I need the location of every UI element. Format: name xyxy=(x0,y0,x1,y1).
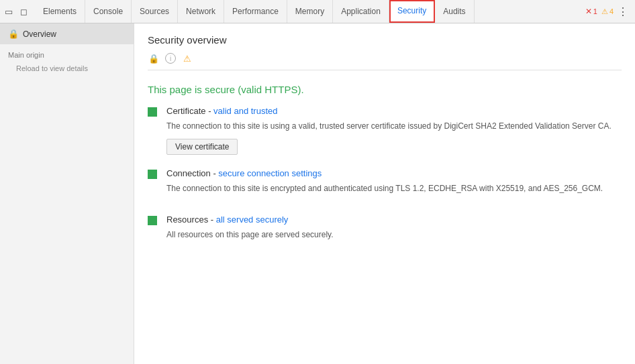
resources-section: Resources - all served securely All reso… xyxy=(134,215,635,261)
warn-icon: ⚠ xyxy=(601,7,608,16)
connection-indicator xyxy=(148,170,157,179)
resources-link[interactable]: all served securely xyxy=(216,215,289,225)
connection-title: Connection - secure connection settings xyxy=(166,168,622,178)
resources-label: Resources xyxy=(166,215,208,225)
connection-body: Connection - secure connection settings … xyxy=(166,168,622,201)
resources-body: Resources - all served securely All reso… xyxy=(166,215,622,247)
connection-label: Connection xyxy=(166,168,211,178)
tab-network[interactable]: Network xyxy=(178,0,224,23)
tab-performance[interactable]: Performance xyxy=(224,0,287,23)
error-count: 1 xyxy=(593,7,597,15)
devtools-toolbar: ▭ ◻ Elements Console Sources Network Per… xyxy=(0,0,635,23)
sidebar-section-main-origin: Main origin xyxy=(0,44,134,62)
tab-elements[interactable]: Elements xyxy=(35,0,85,23)
connection-section: Connection - secure connection settings … xyxy=(134,168,635,215)
security-content: Security overview 🔒 i ⚠ This page is sec… xyxy=(134,23,635,364)
secure-message: This page is secure (valid HTTPS). xyxy=(134,70,635,106)
certificate-title: Certificate - valid and trusted xyxy=(166,106,622,116)
device-toggle-icon[interactable]: ◻ xyxy=(17,5,30,17)
resources-separator: - xyxy=(208,215,216,225)
certificate-indicator xyxy=(148,107,157,117)
tab-security[interactable]: Security xyxy=(389,0,435,23)
tab-sources[interactable]: Sources xyxy=(132,0,178,23)
tab-list: Elements Console Sources Network Perform… xyxy=(35,0,581,23)
connection-description: The connection to this site is encrypted… xyxy=(166,182,622,194)
warn-badge[interactable]: ⚠ 4 xyxy=(601,7,614,16)
connection-link[interactable]: secure connection settings xyxy=(218,168,322,178)
lock-icon: 🔒 xyxy=(8,29,19,39)
more-menu-icon[interactable]: ⋮ xyxy=(618,5,628,18)
view-certificate-button[interactable]: View certificate xyxy=(166,139,238,155)
error-icon: ✕ xyxy=(585,7,592,16)
overview-header: Security overview 🔒 i ⚠ xyxy=(134,23,635,70)
sidebar-reload-link[interactable]: Reload to view details xyxy=(0,62,134,75)
tab-application[interactable]: Application xyxy=(333,0,389,23)
tab-console[interactable]: Console xyxy=(85,0,132,23)
toolbar-end: ✕ 1 ⚠ 4 ⋮ xyxy=(581,5,632,18)
connection-separator: - xyxy=(211,168,219,178)
tab-memory[interactable]: Memory xyxy=(287,0,333,23)
sidebar: 🔒 Overview Main origin Reload to view de… xyxy=(0,23,134,364)
certificate-description: The connection to this site is using a v… xyxy=(166,120,622,132)
resources-indicator xyxy=(148,216,157,225)
tab-audits[interactable]: Audits xyxy=(435,0,474,23)
sidebar-item-overview[interactable]: 🔒 Overview xyxy=(0,23,134,44)
page-title: Security overview xyxy=(148,34,622,46)
resources-description: All resources on this page are served se… xyxy=(166,229,622,241)
certificate-section: Certificate - valid and trusted The conn… xyxy=(134,106,635,168)
warn-count: 4 xyxy=(609,7,614,15)
resources-title: Resources - all served securely xyxy=(166,215,622,225)
toolbar-icons: ▭ ◻ xyxy=(3,5,30,17)
main-layout: 🔒 Overview Main origin Reload to view de… xyxy=(0,23,635,364)
status-lock-icon[interactable]: 🔒 xyxy=(148,52,160,64)
status-warn-icon[interactable]: ⚠ xyxy=(181,52,193,64)
certificate-link[interactable]: valid and trusted xyxy=(213,106,277,116)
overview-label: Overview xyxy=(23,29,56,39)
status-icons-row: 🔒 i ⚠ xyxy=(148,52,622,70)
error-badge[interactable]: ✕ 1 xyxy=(585,7,597,16)
certificate-separator: - xyxy=(206,106,214,116)
status-info-icon[interactable]: i xyxy=(165,53,176,64)
certificate-label: Certificate xyxy=(166,106,206,116)
select-element-icon[interactable]: ▭ xyxy=(3,5,15,17)
certificate-body: Certificate - valid and trusted The conn… xyxy=(166,106,622,155)
